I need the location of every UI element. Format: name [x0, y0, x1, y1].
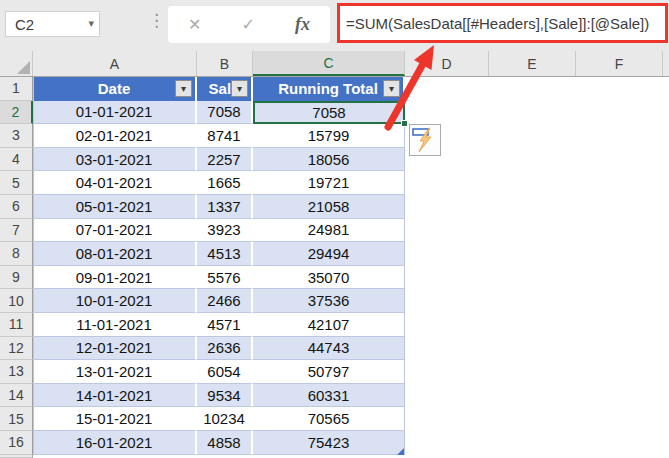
empty-cells[interactable]: [405, 171, 669, 195]
table-cell[interactable]: 5576: [197, 266, 253, 290]
table-cell[interactable]: 70565: [253, 407, 405, 431]
table-cell[interactable]: 4858: [197, 431, 253, 455]
column-header-A[interactable]: A: [33, 51, 197, 76]
table-cell[interactable]: 14-01-2021: [33, 384, 197, 408]
empty-cells[interactable]: [405, 407, 669, 431]
table-cell[interactable]: 50797: [253, 360, 405, 384]
empty-cells[interactable]: [405, 384, 669, 408]
column-header-D[interactable]: D: [405, 51, 489, 76]
table-cell[interactable]: 2466: [197, 289, 253, 313]
table-cell[interactable]: 29494: [253, 242, 405, 266]
empty-cells[interactable]: [405, 124, 669, 148]
column-header-F[interactable]: F: [576, 51, 663, 76]
table-cell[interactable]: 7058: [197, 101, 253, 125]
table-cell[interactable]: 16-01-2021: [33, 431, 197, 455]
column-header-E[interactable]: E: [489, 51, 576, 76]
row-header-6[interactable]: 6: [0, 195, 33, 219]
table-cell[interactable]: 03-01-2021: [33, 148, 197, 172]
table-cell[interactable]: 3923: [197, 219, 253, 243]
table-cell[interactable]: 2257: [197, 148, 253, 172]
table-cell[interactable]: 35070: [253, 266, 405, 290]
table-header-cell[interactable]: Date▾: [33, 77, 197, 101]
table-cell[interactable]: 09-01-2021: [33, 266, 197, 290]
row-header-7[interactable]: 7: [0, 219, 33, 243]
table-cell[interactable]: 10234: [197, 407, 253, 431]
table-cell[interactable]: 11-01-2021: [33, 313, 197, 337]
table-cell[interactable]: 19721: [253, 171, 405, 195]
empty-cells[interactable]: [405, 266, 669, 290]
quick-analysis-button[interactable]: [409, 124, 441, 156]
table-cell[interactable]: 9534: [197, 384, 253, 408]
table-cell[interactable]: 21058: [253, 195, 405, 219]
partial-row: [0, 455, 669, 458]
select-all-button[interactable]: [0, 51, 33, 76]
empty-cells[interactable]: [405, 195, 669, 219]
table-header-cell[interactable]: Sale▾: [197, 77, 253, 101]
row-header-1[interactable]: 1: [0, 77, 33, 101]
table-cell[interactable]: 07-01-2021: [33, 219, 197, 243]
row-header-11[interactable]: 11: [0, 313, 33, 337]
table-cell[interactable]: 75423: [253, 431, 405, 455]
table-cell[interactable]: 13-01-2021: [33, 360, 197, 384]
filter-dropdown-icon[interactable]: ▾: [383, 80, 400, 97]
empty-cells[interactable]: [405, 242, 669, 266]
table-cell[interactable]: 1665: [197, 171, 253, 195]
table-cell[interactable]: 1337: [197, 195, 253, 219]
table-cell[interactable]: 05-01-2021: [33, 195, 197, 219]
name-box-dropdown-icon[interactable]: ▾: [88, 17, 94, 30]
row-header-14[interactable]: 14: [0, 384, 33, 408]
table-cell[interactable]: 18056: [253, 148, 405, 172]
table-header-cell[interactable]: Running Total▾: [253, 77, 405, 101]
table-cell[interactable]: 44743: [253, 337, 405, 361]
row-header-12[interactable]: 12: [0, 337, 33, 361]
table-cell[interactable]: 15799: [253, 124, 405, 148]
empty-cells[interactable]: [405, 337, 669, 361]
table-cell[interactable]: 4513: [197, 242, 253, 266]
table-cell[interactable]: 42107: [253, 313, 405, 337]
table-cell[interactable]: 15-01-2021: [33, 407, 197, 431]
empty-cells[interactable]: [405, 313, 669, 337]
formula-input[interactable]: =SUM(SalesData[[#Headers],[Sale]]:[@Sale…: [337, 3, 668, 43]
empty-cells[interactable]: [405, 431, 669, 455]
empty-cells[interactable]: [405, 101, 669, 125]
filter-dropdown-icon[interactable]: ▾: [231, 80, 248, 97]
row-header-5[interactable]: 5: [0, 171, 33, 195]
table-cell[interactable]: 4571: [197, 313, 253, 337]
row-header-8[interactable]: 8: [0, 242, 33, 266]
empty-cells[interactable]: [405, 219, 669, 243]
column-header-B[interactable]: B: [197, 51, 253, 76]
row-header-4[interactable]: 4: [0, 148, 33, 172]
table-cell[interactable]: 37536: [253, 289, 405, 313]
table-cell[interactable]: 12-01-2021: [33, 337, 197, 361]
table-cell[interactable]: 08-01-2021: [33, 242, 197, 266]
table-cell[interactable]: 02-01-2021: [33, 124, 197, 148]
table-cell[interactable]: 24981: [253, 219, 405, 243]
table-cell[interactable]: 2636: [197, 337, 253, 361]
row-header-2[interactable]: 2: [0, 101, 33, 125]
table-cell[interactable]: 60331: [253, 384, 405, 408]
empty-cells[interactable]: [405, 148, 669, 172]
filter-dropdown-icon[interactable]: ▾: [175, 80, 192, 97]
empty-cells[interactable]: [405, 289, 669, 313]
row-header-13[interactable]: 13: [0, 360, 33, 384]
table-cell[interactable]: 6054: [197, 360, 253, 384]
empty-cells[interactable]: [405, 77, 669, 101]
name-box[interactable]: C2 ▾: [5, 11, 100, 37]
insert-function-icon[interactable]: fx: [295, 14, 310, 35]
table-cell[interactable]: 01-01-2021: [33, 101, 197, 125]
row-header-3[interactable]: 3: [0, 124, 33, 148]
table-cell[interactable]: 04-01-2021: [33, 171, 197, 195]
row-header-15[interactable]: 15: [0, 407, 33, 431]
row-header-16[interactable]: 16: [0, 431, 33, 455]
cancel-icon[interactable]: ✕: [188, 15, 201, 34]
column-header-C[interactable]: C: [253, 51, 405, 76]
row-header-10[interactable]: 10: [0, 289, 33, 313]
table-cell[interactable]: 8741: [197, 124, 253, 148]
fill-handle[interactable]: [401, 120, 408, 127]
enter-check-icon[interactable]: ✓: [242, 15, 255, 34]
table-resize-handle-icon[interactable]: [397, 448, 404, 455]
table-cell[interactable]: 10-01-2021: [33, 289, 197, 313]
row-header-9[interactable]: 9: [0, 266, 33, 290]
empty-cells[interactable]: [405, 360, 669, 384]
selected-cell-C2[interactable]: 7058: [253, 101, 405, 125]
